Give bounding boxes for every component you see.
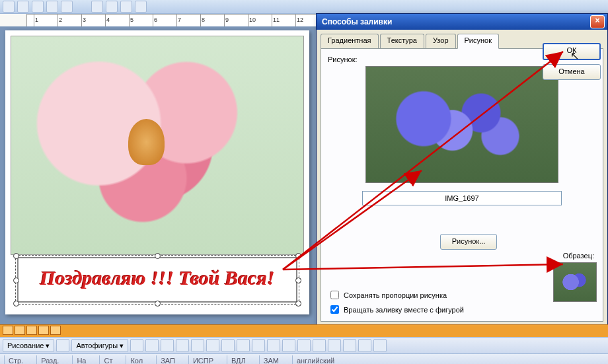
wordart-icon[interactable] [206, 339, 219, 352]
fill-color-icon[interactable] [267, 339, 280, 352]
toolbar-icon[interactable] [46, 1, 58, 13]
toolbar-icon[interactable] [135, 1, 147, 13]
picture-icon[interactable] [252, 339, 265, 352]
cancel-button[interactable]: Отмена [543, 64, 601, 80]
status-ext: ВДЛ [227, 355, 250, 364]
oval-icon[interactable] [176, 339, 189, 352]
status-lang: английский [292, 355, 338, 364]
lock-aspect-input[interactable] [330, 291, 339, 299]
bottom-bars: Рисование ▾ Автофигуры ▾ Стр. Разд. На [0, 324, 608, 364]
status-at: На [72, 355, 90, 364]
status-ovr: ЗАМ [259, 355, 283, 364]
picture-preview[interactable] [365, 66, 558, 183]
line-color-icon[interactable] [282, 339, 295, 352]
select-objects-icon[interactable] [56, 339, 69, 352]
wordart-textbox[interactable]: Поздравляю !!! Твой Вася! [17, 257, 297, 303]
view-normal-icon[interactable] [3, 326, 13, 335]
sample-label: Образец: [563, 252, 594, 260]
toolbar-icon[interactable] [61, 1, 73, 13]
status-section: Разд. [36, 355, 63, 364]
selection-outline [15, 255, 299, 305]
rotate-fill-label: Вращать заливку вместе с фигурой [344, 306, 464, 314]
fill-effects-dialog: Способы заливки × Градиентная Текстура У… [316, 13, 608, 328]
document-page[interactable]: Поздравляю !!! Твой Вася! [5, 30, 309, 314]
toolbar-icon[interactable] [120, 1, 132, 13]
textbox-icon[interactable] [191, 339, 204, 352]
dialog-button-column: ОК Отмена [543, 43, 601, 80]
tab-pattern[interactable]: Узор [426, 34, 456, 48]
view-reading-icon[interactable] [50, 326, 61, 335]
status-ln: Ст [99, 355, 116, 364]
clipart-icon[interactable] [237, 339, 250, 352]
rectangle-icon[interactable] [161, 339, 174, 352]
line-icon[interactable] [130, 339, 143, 352]
autoshapes-menu-button[interactable]: Автофигуры ▾ [71, 339, 128, 352]
tab-picture[interactable]: Рисунок [457, 34, 500, 49]
dialog-title: Способы заливки [319, 17, 590, 26]
tab-gradient[interactable]: Градиентная [321, 34, 379, 48]
shadow-icon[interactable] [358, 339, 371, 352]
draw-menu-button[interactable]: Рисование ▾ [3, 339, 54, 352]
drawing-toolbar: Рисование ▾ Автофигуры ▾ [0, 337, 608, 354]
toolbar-icon[interactable] [91, 1, 103, 13]
formatting-toolbar [0, 0, 608, 14]
status-bar: Стр. Разд. На Ст Кол ЗАП ИСПР ВДЛ ЗАМ ан… [0, 354, 608, 364]
view-buttons-bar [0, 324, 608, 337]
view-web-icon[interactable] [15, 326, 25, 335]
status-page: Стр. [4, 355, 27, 364]
view-outline-icon[interactable] [38, 326, 49, 335]
app-window: 1234567891011121314151617181920212223 По… [0, 0, 608, 364]
status-col: Кол [126, 355, 147, 364]
select-picture-button[interactable]: Рисунок... [440, 234, 497, 250]
status-trk: ИСПР [188, 355, 217, 364]
tab-texture[interactable]: Текстура [380, 34, 424, 48]
lock-aspect-label: Сохранять пропорции рисунка [344, 291, 447, 299]
toolbar-icon[interactable] [17, 1, 29, 13]
arrow-icon[interactable] [145, 339, 159, 352]
dialog-titlebar[interactable]: Способы заливки × [317, 14, 607, 30]
rotate-fill-input[interactable] [330, 305, 339, 314]
line-style-icon[interactable] [313, 339, 326, 352]
font-color-icon[interactable] [297, 339, 311, 352]
dash-style-icon[interactable] [328, 339, 341, 352]
view-print-icon[interactable] [26, 326, 37, 335]
toolbar-icon[interactable] [3, 1, 15, 13]
picture-name-field: IMG_1697 [362, 191, 562, 205]
rotate-fill-checkbox[interactable]: Вращать заливку вместе с фигурой [328, 303, 464, 316]
close-icon[interactable]: × [590, 15, 605, 28]
toolbar-icon[interactable] [32, 1, 44, 13]
diagram-icon[interactable] [221, 339, 235, 352]
ok-button[interactable]: ОК [543, 43, 601, 60]
sample-preview [553, 262, 597, 302]
status-rec: ЗАП [156, 355, 179, 364]
3d-icon[interactable] [373, 339, 387, 352]
arrow-style-icon[interactable] [343, 339, 356, 352]
toolbar-icon[interactable] [106, 1, 118, 13]
inserted-picture[interactable] [11, 36, 304, 255]
